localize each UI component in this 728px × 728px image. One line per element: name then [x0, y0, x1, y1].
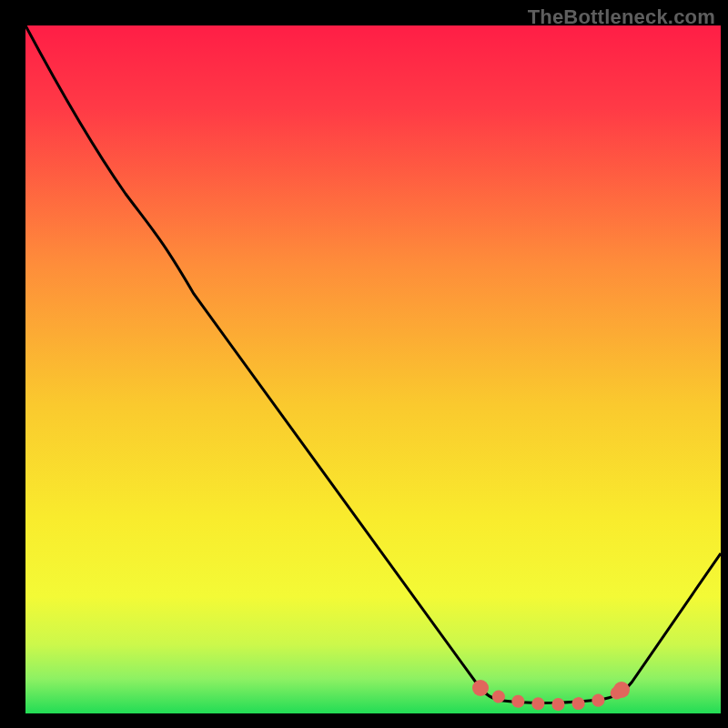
- watermark-text: TheBottleneck.com: [528, 5, 715, 28]
- plot-frame: [25, 25, 721, 713]
- bead-end-left: [472, 680, 489, 696]
- watermark: TheBottleneck.com: [528, 5, 715, 29]
- chart-svg: [25, 25, 721, 713]
- gradient-field: [25, 25, 721, 713]
- chart-outer: TheBottleneck.com: [0, 0, 728, 728]
- bead-end-right: [613, 682, 630, 698]
